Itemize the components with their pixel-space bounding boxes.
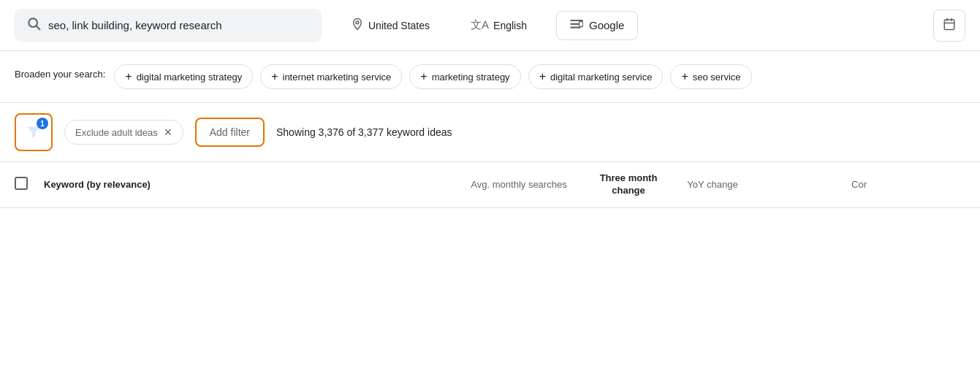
broaden-chip-1[interactable]: + internet marketing service xyxy=(260,64,402,89)
add-filter-button[interactable]: Add filter xyxy=(195,118,265,147)
filter-button[interactable]: 1 xyxy=(15,113,53,151)
broaden-chip-label-3: digital marketing service xyxy=(550,72,652,83)
language-selector[interactable]: 文A English xyxy=(459,12,539,38)
search-engine-label: Google xyxy=(589,19,624,31)
location-icon xyxy=(351,18,364,34)
svg-rect-7 xyxy=(944,20,954,30)
svg-rect-3 xyxy=(570,19,583,20)
location-label: United States xyxy=(368,20,430,31)
broaden-chip-label-4: seo service xyxy=(693,72,741,83)
broaden-chip-3[interactable]: + digital marketing service xyxy=(528,64,664,89)
broaden-chip-label-0: digital marketing strategy xyxy=(137,72,243,83)
three-month-column-header[interactable]: Three month change xyxy=(585,172,672,197)
exclude-adult-chip[interactable]: Exclude adult ideas ✕ xyxy=(64,120,183,145)
avg-searches-column-header[interactable]: Avg. monthly searches xyxy=(453,179,585,190)
svg-rect-4 xyxy=(570,23,579,24)
calendar-button[interactable] xyxy=(933,9,965,42)
select-all-checkbox[interactable] xyxy=(15,177,28,190)
cor-column-header[interactable]: Cor xyxy=(753,179,965,190)
plus-icon-0: + xyxy=(125,70,132,83)
table-header-row: Keyword (by relevance) Avg. monthly sear… xyxy=(0,162,980,208)
broaden-chips-container: + digital marketing strategy + internet … xyxy=(114,64,751,89)
svg-rect-5 xyxy=(570,26,580,28)
search-bar-row: seo, link building, keyword research Uni… xyxy=(0,0,980,51)
search-engine-selector[interactable]: Google xyxy=(556,11,638,40)
keyword-column-header[interactable]: Keyword (by relevance) xyxy=(44,179,453,190)
search-query-text: seo, link building, keyword research xyxy=(48,19,222,31)
select-all-checkbox-cell[interactable] xyxy=(15,177,44,192)
broaden-search-row: Broaden your search: + digital marketing… xyxy=(0,51,980,103)
filter-row: 1 Exclude adult ideas ✕ Add filter Showi… xyxy=(0,103,980,162)
broaden-chip-label-1: internet marketing service xyxy=(283,72,392,83)
svg-rect-6 xyxy=(580,21,583,26)
language-label: English xyxy=(493,20,527,31)
exclude-adult-label: Exclude adult ideas xyxy=(75,127,158,138)
yoy-column-header[interactable]: YoY change xyxy=(672,179,753,190)
svg-line-1 xyxy=(37,26,40,30)
search-icon xyxy=(26,16,41,34)
broaden-chip-2[interactable]: + marketing strategy xyxy=(409,64,520,89)
search-input-container[interactable]: seo, link building, keyword research xyxy=(15,9,322,42)
remove-exclude-chip-icon[interactable]: ✕ xyxy=(164,126,172,138)
plus-icon-1: + xyxy=(271,70,278,83)
broaden-label: Broaden your search: xyxy=(15,64,105,80)
plus-icon-2: + xyxy=(420,70,427,83)
language-icon: 文A xyxy=(471,18,489,32)
search-engine-icon xyxy=(570,19,583,32)
broaden-chip-label-2: marketing strategy xyxy=(432,72,510,83)
broaden-chip-0[interactable]: + digital marketing strategy xyxy=(114,64,253,89)
plus-icon-4: + xyxy=(681,70,688,83)
showing-count-text: Showing 3,376 of 3,377 keyword ideas xyxy=(276,126,452,138)
location-selector[interactable]: United States xyxy=(339,12,441,39)
broaden-chip-4[interactable]: + seo service xyxy=(670,64,751,89)
svg-point-2 xyxy=(356,20,359,23)
plus-icon-3: + xyxy=(539,70,546,83)
filter-badge: 1 xyxy=(37,118,48,129)
